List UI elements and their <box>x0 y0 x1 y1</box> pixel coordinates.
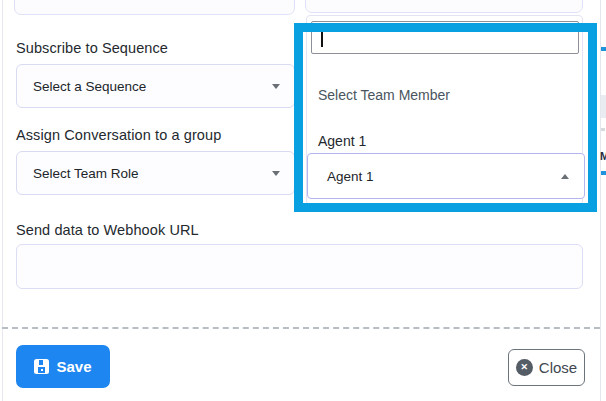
team-member-select[interactable]: Agent 1 <box>307 153 585 199</box>
webhook-url-label: Send data to Webhook URL <box>16 222 199 238</box>
modal-dialog: Subscribe to Sequence Select a Sequence … <box>0 0 606 401</box>
close-icon: ✕ <box>516 359 533 376</box>
edge-gray-dash <box>601 128 605 131</box>
edge-gray-block <box>601 95 606 118</box>
edge-clipped-text: M <box>600 150 606 165</box>
team-member-dropdown-panel: Select Team Member Agent 1 Agent 1 <box>306 15 583 205</box>
save-icon <box>34 359 49 374</box>
text-cursor <box>321 29 323 47</box>
team-role-select[interactable]: Select Team Role <box>16 151 295 195</box>
chevron-up-icon <box>561 174 569 179</box>
close-button[interactable]: ✕ Close <box>508 349 585 386</box>
sequence-select-value: Select a Sequence <box>33 79 272 94</box>
chevron-down-icon <box>272 171 280 176</box>
top-right-input[interactable] <box>305 0 583 13</box>
close-button-label: Close <box>539 359 577 376</box>
top-left-input[interactable] <box>14 0 295 15</box>
chevron-down-icon <box>272 84 280 89</box>
save-button[interactable]: Save <box>16 345 110 388</box>
team-role-select-value: Select Team Role <box>33 166 272 181</box>
subscribe-sequence-label: Subscribe to Sequence <box>16 40 168 56</box>
dropdown-option-select-team-member[interactable]: Select Team Member <box>308 76 581 114</box>
modal-left-border <box>2 0 3 401</box>
team-member-select-value: Agent 1 <box>327 169 561 184</box>
edge-blue-dash-top <box>601 47 606 51</box>
modal-right-border <box>600 0 601 401</box>
save-button-label: Save <box>56 358 91 375</box>
edge-blue-dash-bottom <box>601 171 606 175</box>
assign-group-label: Assign Conversation to a group <box>16 127 221 143</box>
dropdown-search-input[interactable] <box>311 21 579 54</box>
sequence-select[interactable]: Select a Sequence <box>16 64 295 108</box>
footer-divider <box>2 327 600 329</box>
webhook-url-input[interactable] <box>16 244 583 289</box>
